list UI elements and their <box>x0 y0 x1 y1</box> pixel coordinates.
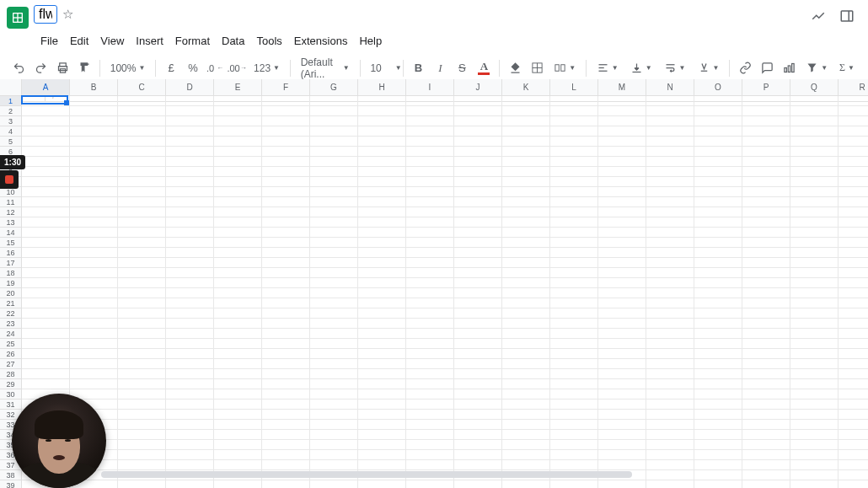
cell[interactable] <box>22 308 70 319</box>
cell[interactable] <box>406 147 454 157</box>
cell[interactable] <box>454 278 502 288</box>
functions-dropdown[interactable]: Σ▼ <box>834 58 860 78</box>
cell[interactable] <box>70 157 118 167</box>
cell[interactable] <box>166 400 214 410</box>
cell[interactable] <box>214 369 262 379</box>
column-header[interactable]: M <box>598 79 646 95</box>
cell[interactable] <box>502 167 550 177</box>
cell[interactable] <box>22 147 70 157</box>
cell[interactable] <box>790 379 839 389</box>
cell[interactable] <box>598 298 646 308</box>
column-header[interactable]: K <box>502 79 550 95</box>
cell[interactable] <box>310 248 358 258</box>
cell[interactable] <box>262 349 310 359</box>
insert-link-button[interactable] <box>735 58 755 78</box>
cell[interactable] <box>502 96 550 106</box>
cell[interactable] <box>502 207 550 217</box>
cell[interactable] <box>694 126 742 137</box>
cell[interactable] <box>502 268 550 278</box>
cell[interactable] <box>839 400 868 410</box>
cell[interactable] <box>598 268 646 278</box>
cell[interactable] <box>70 207 118 217</box>
cell[interactable] <box>118 339 166 349</box>
cell[interactable] <box>22 157 70 167</box>
cell[interactable] <box>310 450 358 460</box>
cell[interactable] <box>262 359 310 369</box>
cell[interactable] <box>214 96 262 106</box>
cell[interactable] <box>454 359 502 369</box>
cell[interactable] <box>262 147 310 157</box>
cell[interactable] <box>598 450 646 460</box>
cell[interactable] <box>454 339 502 349</box>
cell[interactable] <box>550 410 598 420</box>
cell[interactable] <box>502 238 550 248</box>
cell[interactable] <box>166 430 214 440</box>
cell[interactable] <box>310 359 358 369</box>
cell[interactable] <box>310 410 358 420</box>
cell[interactable] <box>262 96 310 106</box>
cell[interactable] <box>22 248 70 258</box>
cell[interactable] <box>262 450 310 460</box>
cell[interactable] <box>694 450 742 460</box>
cell[interactable] <box>454 137 502 147</box>
cell[interactable] <box>214 460 262 470</box>
cell[interactable] <box>166 308 214 319</box>
cell[interactable] <box>166 339 214 349</box>
cell[interactable] <box>550 157 598 167</box>
row-header[interactable]: 25 <box>0 339 21 349</box>
cell[interactable] <box>70 217 118 228</box>
cell[interactable] <box>502 217 550 228</box>
cell[interactable] <box>502 339 550 349</box>
cell[interactable] <box>790 228 839 238</box>
cell[interactable] <box>790 288 839 298</box>
cell[interactable] <box>502 329 550 339</box>
cell[interactable] <box>694 400 742 410</box>
column-header[interactable]: Q <box>790 79 839 95</box>
cell[interactable] <box>839 217 868 228</box>
cell[interactable] <box>646 268 694 278</box>
cell[interactable] <box>118 400 166 410</box>
cell[interactable] <box>454 197 502 207</box>
cell[interactable] <box>598 460 646 470</box>
cell[interactable] <box>214 248 262 258</box>
cell[interactable] <box>166 379 214 389</box>
cell[interactable] <box>502 288 550 298</box>
cell[interactable] <box>310 96 358 106</box>
cell[interactable] <box>454 400 502 410</box>
cell[interactable] <box>694 389 742 400</box>
cell[interactable] <box>166 197 214 207</box>
row-header[interactable]: 31 <box>0 400 21 410</box>
cell[interactable] <box>358 359 406 369</box>
cell[interactable] <box>118 460 166 470</box>
cell[interactable] <box>118 177 166 187</box>
cell[interactable] <box>502 308 550 319</box>
cell[interactable] <box>694 207 742 217</box>
cell[interactable] <box>502 137 550 147</box>
cell[interactable] <box>742 157 790 167</box>
cell[interactable] <box>214 157 262 167</box>
cell[interactable] <box>790 238 839 248</box>
cell[interactable] <box>406 126 454 137</box>
menu-insert[interactable]: Insert <box>131 32 169 50</box>
cell[interactable] <box>598 389 646 400</box>
cell[interactable] <box>550 329 598 339</box>
cell[interactable] <box>214 177 262 187</box>
cell[interactable] <box>262 480 310 488</box>
cell[interactable] <box>646 298 694 308</box>
cell[interactable] <box>839 197 868 207</box>
cell[interactable] <box>118 389 166 400</box>
cell[interactable] <box>310 298 358 308</box>
currency-button[interactable]: £ <box>161 58 181 78</box>
cell[interactable] <box>742 329 790 339</box>
cell[interactable] <box>118 359 166 369</box>
cell[interactable] <box>406 187 454 197</box>
cell[interactable] <box>550 258 598 268</box>
cell[interactable] <box>694 298 742 308</box>
cell[interactable] <box>22 177 70 187</box>
cell[interactable] <box>118 258 166 268</box>
cell[interactable] <box>214 308 262 319</box>
cell[interactable] <box>790 389 839 400</box>
insert-comment-button[interactable] <box>757 58 777 78</box>
cell[interactable] <box>742 379 790 389</box>
cell[interactable] <box>694 177 742 187</box>
